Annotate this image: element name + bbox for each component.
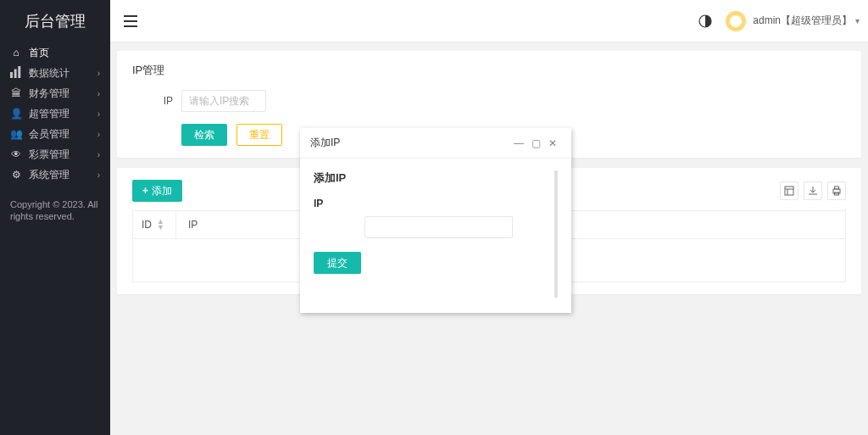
chevron-right-icon: › <box>97 89 100 98</box>
sidebar-item-label: 财务管理 <box>29 86 97 101</box>
add-button-label: 添加 <box>152 184 172 198</box>
sidebar-item-label: 数据统计 <box>29 66 97 81</box>
svg-rect-0 <box>10 72 13 78</box>
chevron-right-icon: › <box>97 170 100 180</box>
modal-ip-input[interactable] <box>364 216 513 238</box>
chevron-down-icon: ▾ <box>855 16 860 25</box>
lottery-icon: 👁 <box>10 148 22 160</box>
search-ip-input[interactable] <box>181 90 266 112</box>
plus-icon: + <box>142 185 148 197</box>
sidebar-item-label: 首页 <box>29 46 100 60</box>
print-button[interactable] <box>827 181 846 200</box>
theme-icon[interactable] <box>698 14 712 28</box>
add-button[interactable]: + 添加 <box>132 180 182 202</box>
search-ip-label: IP <box>132 95 173 107</box>
header: admin【超级管理员】 ▾ <box>110 0 868 42</box>
sidebar-item-system[interactable]: ⚙ 系统管理 › <box>0 165 110 185</box>
user-menu-button[interactable]: admin【超级管理员】 ▾ <box>753 14 860 28</box>
chevron-right-icon: › <box>97 69 100 78</box>
add-ip-modal: 添加IP — ▢ ✕ 添加IP IP 提交 <box>300 128 571 313</box>
user-label: admin【超级管理员】 <box>753 14 852 28</box>
chevron-right-icon: › <box>97 130 100 139</box>
home-icon: ⌂ <box>10 47 22 59</box>
modal-form-title: 添加IP <box>314 170 544 186</box>
app-title: 后台管理 <box>0 0 110 42</box>
sidebar-item-label: 系统管理 <box>29 168 97 182</box>
sidebar-item-super-admin[interactable]: 👤 超管管理 › <box>0 103 110 124</box>
search-button[interactable]: 检索 <box>181 124 227 146</box>
modal-window-title: 添加IP <box>310 136 510 150</box>
sidebar-item-stats[interactable]: 数据统计 › <box>0 63 110 83</box>
sidebar-item-finance[interactable]: 🏛 财务管理 › <box>0 83 110 103</box>
stats-icon <box>10 66 22 81</box>
sidebar-item-lottery[interactable]: 👁 彩票管理 › <box>0 144 110 165</box>
copyright-text: Copyright © 2023. All rights reserved. <box>10 198 100 222</box>
sort-icon: ▲▼ <box>157 219 164 231</box>
maximize-button[interactable]: ▢ <box>527 137 544 149</box>
modal-titlebar[interactable]: 添加IP — ▢ ✕ <box>300 128 571 159</box>
sidebar-toggle-button[interactable] <box>124 15 137 27</box>
column-header-id[interactable]: ID ▲▼ <box>133 219 175 231</box>
svg-rect-4 <box>785 187 793 195</box>
svg-rect-8 <box>835 187 839 189</box>
members-icon: 👥 <box>10 128 22 140</box>
chevron-right-icon: › <box>97 109 100 119</box>
avatar[interactable] <box>726 11 746 31</box>
filter-columns-button[interactable] <box>780 181 798 200</box>
export-button[interactable] <box>804 181 822 200</box>
system-icon: ⚙ <box>10 169 22 181</box>
sidebar-item-label: 会员管理 <box>29 127 97 142</box>
reset-button[interactable]: 重置 <box>236 124 282 146</box>
column-header-ip[interactable]: IP <box>175 211 198 238</box>
close-button[interactable]: ✕ <box>544 137 561 149</box>
sidebar-item-home[interactable]: ⌂ 首页 <box>0 42 110 63</box>
svg-rect-1 <box>14 69 17 78</box>
chevron-right-icon: › <box>97 150 100 159</box>
svg-rect-2 <box>18 66 20 78</box>
minimize-button[interactable]: — <box>510 137 527 149</box>
super-admin-icon: 👤 <box>10 108 22 120</box>
sidebar-item-label: 超管管理 <box>29 107 97 121</box>
sidebar-item-members[interactable]: 👥 会员管理 › <box>0 124 110 144</box>
sidebar: 后台管理 ⌂ 首页 数据统计 › 🏛 财务管理 › 👤 超管管理 › 👥 会员管… <box>0 0 110 435</box>
modal-ip-label: IP <box>314 198 544 209</box>
finance-icon: 🏛 <box>10 87 22 99</box>
page-title: IP管理 <box>132 63 846 78</box>
sidebar-menu: ⌂ 首页 数据统计 › 🏛 财务管理 › 👤 超管管理 › 👥 会员管理 › 👁 <box>0 42 110 185</box>
sidebar-item-label: 彩票管理 <box>29 148 97 162</box>
search-row: IP <box>132 90 846 112</box>
modal-submit-button[interactable]: 提交 <box>314 252 361 274</box>
